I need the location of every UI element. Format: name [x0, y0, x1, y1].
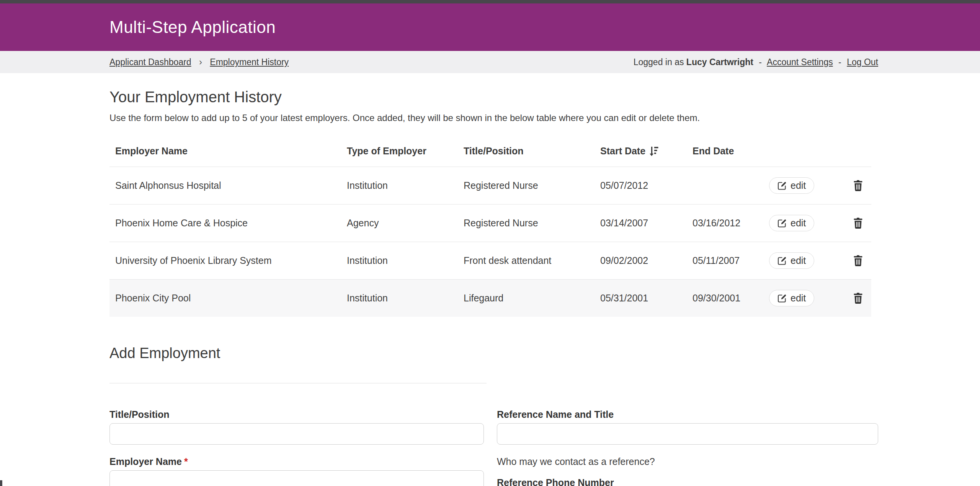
- main-content: Your Employment History Use the form bel…: [109, 88, 878, 486]
- trash-icon: [853, 255, 863, 267]
- cell-start-date: 05/07/2012: [595, 180, 687, 191]
- form-left-column: Title/Position Employer Name*: [109, 409, 484, 486]
- employer-name-label: Employer Name*: [109, 456, 484, 467]
- account-links: Logged in as Lucy Cartwright - Account S…: [634, 57, 878, 67]
- edit-icon: [777, 219, 787, 228]
- required-asterisk: *: [184, 456, 188, 467]
- breadcrumb-link-dashboard[interactable]: Applicant Dashboard: [109, 57, 191, 67]
- cell-employer-type: Institution: [341, 293, 458, 304]
- reference-help-text: Who may we contact as a reference?: [497, 456, 878, 467]
- cell-actions: edit: [769, 215, 871, 231]
- logged-in-prefix: Logged in as: [634, 57, 684, 67]
- cell-start-date: 09/02/2002: [595, 255, 687, 266]
- window-title-bar: [0, 0, 980, 3]
- cell-end-date: 09/30/2001: [687, 293, 769, 304]
- cell-employer-name: Phoenix Home Care & Hospice: [109, 218, 341, 229]
- cell-employer-name: Saint Alphonsus Hospital: [109, 180, 341, 191]
- employment-table: Employer Name Type of Employer Title/Pos…: [109, 142, 871, 317]
- delete-button[interactable]: [853, 180, 863, 191]
- sort-by-start-date[interactable]: Start Date: [600, 146, 658, 157]
- trash-icon: [853, 218, 863, 229]
- cell-actions: edit: [769, 177, 871, 194]
- cell-start-date: 03/14/2007: [595, 218, 687, 229]
- reference-phone-label: Reference Phone Number: [497, 477, 878, 486]
- column-header-start-date: Start Date: [595, 146, 687, 157]
- edit-icon: [777, 294, 787, 303]
- app-header: Multi-Step Application: [0, 3, 980, 51]
- cell-employer-type: Agency: [341, 218, 458, 229]
- cell-end-date: 05/11/2007: [687, 255, 769, 266]
- breadcrumb-separator-icon: ›: [199, 57, 202, 67]
- cell-employer-name: University of Phoenix Library System: [109, 255, 341, 266]
- app-title: Multi-Step Application: [109, 18, 878, 37]
- form-divider: [109, 383, 487, 383]
- table-row: Phoenix Home Care & Hospice Agency Regis…: [109, 204, 871, 242]
- column-header-title-position: Title/Position: [458, 146, 595, 157]
- cell-title-position: Registered Nurse: [458, 180, 595, 191]
- cell-employer-name: Phoenix City Pool: [109, 293, 341, 304]
- page-title: Your Employment History: [109, 88, 878, 106]
- edit-button[interactable]: edit: [769, 215, 814, 231]
- table-body: Saint Alphonsus Hospital Institution Reg…: [109, 167, 871, 317]
- edit-button[interactable]: edit: [769, 177, 814, 194]
- delete-button[interactable]: [853, 293, 863, 304]
- table-row: Phoenix City Pool Institution Lifegaurd …: [109, 279, 871, 317]
- cell-title-position: Lifegaurd: [458, 293, 595, 304]
- table-header-row: Employer Name Type of Employer Title/Pos…: [109, 142, 871, 167]
- log-out-link[interactable]: Log Out: [847, 57, 878, 67]
- account-settings-link[interactable]: Account Settings: [767, 57, 833, 67]
- cell-end-date: 03/16/2012: [687, 218, 769, 229]
- edit-icon: [777, 181, 787, 190]
- employer-name-input[interactable]: [109, 470, 484, 486]
- title-position-label: Title/Position: [109, 409, 484, 420]
- title-position-input[interactable]: [109, 423, 484, 445]
- add-employment-section: Add Employment Title/Position Employer N…: [109, 345, 878, 486]
- edit-button[interactable]: edit: [769, 252, 814, 269]
- column-header-employer-name: Employer Name: [109, 146, 341, 157]
- column-header-end-date: End Date: [687, 146, 769, 157]
- edit-button[interactable]: edit: [769, 290, 814, 306]
- window-bottom-edge: [0, 480, 2, 486]
- reference-name-input[interactable]: [497, 423, 878, 445]
- reference-name-label: Reference Name and Title: [497, 409, 878, 420]
- column-header-type: Type of Employer: [341, 146, 458, 157]
- cell-title-position: Front desk attendant: [458, 255, 595, 266]
- trash-icon: [853, 293, 863, 304]
- edit-icon: [777, 256, 787, 265]
- breadcrumb-link-employment-history[interactable]: Employment History: [210, 57, 289, 67]
- trash-icon: [853, 180, 863, 191]
- cell-employer-type: Institution: [341, 180, 458, 191]
- delete-button[interactable]: [853, 218, 863, 229]
- utility-bar: Applicant Dashboard › Employment History…: [0, 51, 980, 73]
- cell-title-position: Registered Nurse: [458, 218, 595, 229]
- cell-employer-type: Institution: [341, 255, 458, 266]
- delete-button[interactable]: [853, 255, 863, 267]
- table-row: University of Phoenix Library System Ins…: [109, 242, 871, 279]
- form-right-column: Reference Name and Title Who may we cont…: [497, 409, 878, 486]
- logged-in-user: Lucy Cartwright: [686, 57, 753, 67]
- page-description: Use the form below to add up to 5 of you…: [109, 113, 878, 123]
- cell-actions: edit: [769, 252, 871, 269]
- add-employment-heading: Add Employment: [109, 345, 878, 362]
- cell-start-date: 05/31/2001: [595, 293, 687, 304]
- cell-actions: edit: [769, 290, 871, 306]
- breadcrumb: Applicant Dashboard › Employment History: [109, 57, 289, 67]
- sort-amount-down-icon: [649, 146, 658, 157]
- table-row: Saint Alphonsus Hospital Institution Reg…: [109, 167, 871, 204]
- add-employment-form: Title/Position Employer Name* Reference …: [109, 409, 878, 486]
